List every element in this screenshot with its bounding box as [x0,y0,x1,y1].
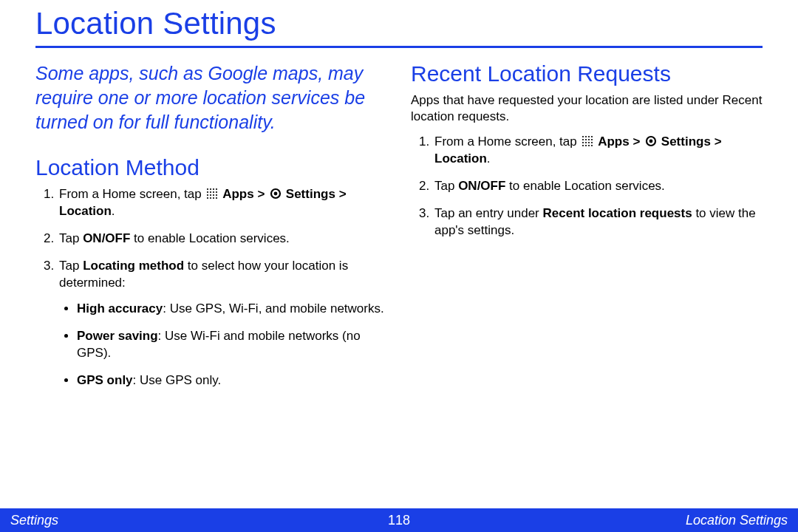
apps-label: Apps [222,187,254,201]
content: Location Settings Some apps, such as Goo… [0,0,798,399]
page-title: Location Settings [35,6,763,48]
step-item: From a Home screen, tap Apps > Settings … [58,186,387,220]
sep: > [632,134,644,149]
svg-point-31 [585,145,587,146]
bullet-text: : Use GPS, Wi-Fi, and mobile networks. [163,301,383,316]
columns: Some apps, such as Google maps, may requ… [35,61,763,399]
bullet-item: GPS only: Use GPS only. [77,372,387,389]
lead-text: Apps that have requested your location a… [411,92,763,125]
step-item: Tap ON/OFF to enable Location services. [433,178,763,195]
svg-point-0 [207,188,208,190]
footer-bar: Settings 118 Location Settings [0,508,798,532]
location-label: Location [434,151,487,166]
locating-method-label: Locating method [83,259,184,273]
bullet-bold: Power saving [77,329,158,343]
svg-point-25 [591,139,593,140]
onoff-label: ON/OFF [458,179,505,193]
svg-point-17 [274,192,278,196]
svg-point-22 [582,139,584,140]
apps-label: Apps [598,134,630,149]
location-label: Location [59,204,112,218]
step-text: Tap [59,259,83,273]
svg-point-24 [588,139,590,140]
right-column: Recent Location Requests Apps that have … [411,61,763,399]
step-text: . [487,151,491,166]
svg-point-7 [216,191,217,193]
bullet-text: : Use GPS only. [133,373,222,387]
step-item: From a Home screen, tap Apps > Settings … [433,134,763,168]
svg-point-35 [649,140,653,143]
recent-requests-label: Recent location requests [542,206,692,220]
footer-right: Location Settings [640,513,788,528]
step-text: to enable Location services. [130,231,289,245]
sep: > [339,187,347,201]
svg-point-12 [207,197,208,199]
settings-gear-icon [270,188,282,200]
svg-point-3 [216,188,217,190]
page-number: 118 [388,513,410,528]
svg-point-4 [207,191,208,193]
page: Location Settings Some apps, such as Goo… [0,0,798,532]
onoff-label: ON/OFF [83,231,130,245]
svg-point-10 [213,194,214,196]
section-heading-location-method: Location Method [35,155,387,180]
svg-point-13 [210,197,211,199]
svg-point-1 [210,188,211,190]
settings-label: Settings [661,134,711,149]
svg-point-14 [213,197,214,199]
svg-point-33 [591,145,593,146]
footer-left: Settings [10,513,158,528]
svg-point-6 [213,191,214,193]
svg-point-29 [591,142,593,143]
step-text: From a Home screen, tap [434,134,580,149]
svg-point-26 [582,142,584,143]
svg-point-19 [585,136,587,137]
step-text: . [112,204,115,218]
svg-point-32 [588,145,590,146]
bullet-bold: GPS only [77,373,133,387]
bullet-bold: High accuracy [77,301,163,316]
svg-point-11 [216,194,217,196]
svg-point-2 [213,188,214,190]
steps-list: From a Home screen, tap Apps > Settings … [411,134,763,239]
svg-point-5 [210,191,211,193]
step-item: Tap Locating method to select how your l… [58,258,387,389]
left-column: Some apps, such as Google maps, may requ… [35,61,387,399]
svg-point-9 [210,194,211,196]
svg-point-21 [591,136,593,137]
sep: > [715,134,722,149]
bullet-item: High accuracy: Use GPS, Wi-Fi, and mobil… [77,301,387,318]
step-text: Tap [434,179,458,193]
bullet-item: Power saving: Use Wi-Fi and mobile netwo… [77,328,387,362]
step-text: From a Home screen, tap [59,187,205,201]
svg-point-30 [582,145,584,146]
svg-point-8 [207,194,208,196]
settings-label: Settings [286,187,335,201]
step-item: Tap an entry under Recent location reque… [433,205,763,239]
svg-point-27 [585,142,587,143]
step-text: to enable Location services. [505,179,664,193]
svg-point-20 [588,136,590,137]
step-text: Tap an entry under [434,206,542,220]
svg-point-18 [582,136,584,137]
steps-list: From a Home screen, tap Apps > Settings … [35,186,387,389]
step-text: Tap [59,231,83,245]
apps-grid-icon [206,188,218,200]
apps-grid-icon [582,135,593,147]
step-item: Tap ON/OFF to enable Location services. [58,231,387,248]
intro-text: Some apps, such as Google maps, may requ… [35,61,387,134]
section-heading-recent-requests: Recent Location Requests [411,61,763,86]
bullet-list: High accuracy: Use GPS, Wi-Fi, and mobil… [59,301,387,389]
svg-point-15 [216,197,217,199]
svg-point-28 [588,142,590,143]
svg-point-23 [585,139,587,140]
settings-gear-icon [645,135,657,147]
sep: > [257,187,268,201]
